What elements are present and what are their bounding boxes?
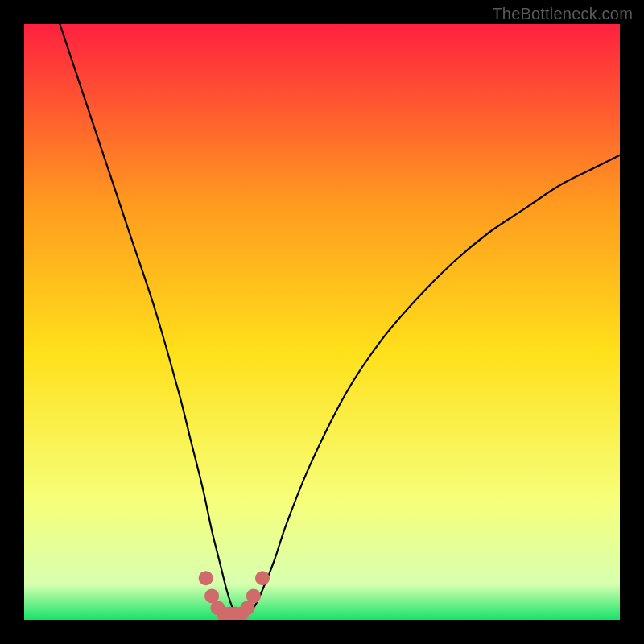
chart-frame: TheBottleneck.com xyxy=(0,0,644,644)
marker-dot xyxy=(199,571,213,585)
optimal-zone-markers xyxy=(199,571,270,620)
watermark-text: TheBottleneck.com xyxy=(492,5,633,23)
marker-dot xyxy=(255,571,270,585)
marker-dot xyxy=(246,588,261,603)
plot-area xyxy=(24,24,620,620)
bottleneck-curve xyxy=(60,24,620,615)
chart-svg xyxy=(24,24,620,620)
